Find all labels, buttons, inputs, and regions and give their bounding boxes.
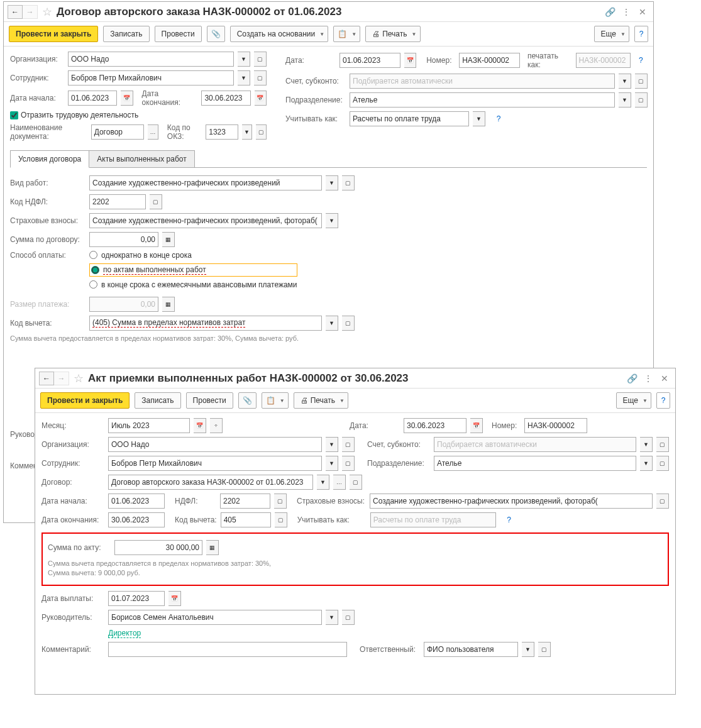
chevron-down-icon[interactable]: ▼ — [317, 475, 329, 490]
open-icon[interactable]: ▢ — [342, 610, 355, 625]
chevron-down-icon[interactable]: ▼ — [522, 642, 534, 657]
open-icon[interactable]: ▢ — [275, 512, 287, 527]
more-button[interactable]: Еще — [616, 392, 651, 409]
menu-icon[interactable]: ⋮ — [619, 5, 633, 19]
paydate-input[interactable]: 01.07.2023 — [108, 591, 165, 606]
back-button[interactable]: ← — [39, 372, 54, 385]
mgr-input[interactable]: Борисов Семен Анатольевич — [108, 610, 322, 625]
chevron-down-icon[interactable]: ▼ — [238, 70, 250, 85]
open-icon[interactable]: ▢ — [656, 456, 669, 471]
ins-input[interactable]: Создание художественно-графических произ… — [89, 213, 322, 228]
attach-button[interactable]: 📎 — [238, 392, 257, 409]
star-icon[interactable]: ☆ — [72, 372, 86, 385]
date-input[interactable]: 30.06.2023 — [404, 418, 466, 433]
month-input[interactable]: Июль 2023 — [108, 418, 190, 433]
chevron-down-icon[interactable]: ▼ — [619, 92, 631, 108]
tab-terms[interactable]: Условия договора — [10, 150, 89, 168]
clipboard-button[interactable]: 📋 — [262, 392, 289, 409]
open-icon[interactable]: ▢ — [256, 124, 267, 140]
post-close-button[interactable]: Провести и закрыть — [40, 392, 130, 409]
close-icon[interactable]: ✕ — [658, 372, 671, 385]
attach-button[interactable]: 📎 — [207, 26, 225, 42]
link-icon[interactable]: 🔗 — [603, 5, 617, 19]
comm-input[interactable] — [108, 642, 347, 657]
calendar-icon[interactable]: 📅 — [404, 53, 416, 68]
open-icon[interactable]: ▢ — [656, 437, 669, 452]
open-icon[interactable]: ▢ — [342, 456, 355, 471]
open-icon[interactable]: ▢ — [656, 494, 669, 509]
open-icon[interactable]: ▢ — [150, 194, 162, 209]
date-input[interactable]: 01.06.2023 — [339, 53, 400, 68]
ellipsis-icon[interactable]: … — [148, 124, 158, 140]
print-button[interactable]: 🖨Печать — [365, 26, 420, 42]
num-input[interactable]: НАЗК-000002 — [524, 418, 587, 433]
consider-input[interactable]: Расчеты по оплате труда — [350, 111, 469, 126]
calendar-icon[interactable]: 📅 — [121, 91, 133, 106]
calc-icon[interactable]: ▦ — [206, 540, 219, 555]
calendar-icon[interactable]: 📅 — [168, 591, 181, 606]
pay-once-radio[interactable] — [89, 251, 97, 259]
chevron-down-icon[interactable]: ▼ — [326, 316, 338, 331]
emp-input[interactable]: Бобров Петр Михайлович — [108, 456, 322, 471]
write-button[interactable]: Записать — [135, 392, 180, 409]
help-icon[interactable]: ? — [634, 53, 648, 68]
ndfl-input[interactable]: 2202 — [220, 494, 270, 509]
resp-input[interactable]: ФИО пользователя — [424, 642, 518, 657]
open-icon[interactable]: ▢ — [342, 316, 355, 331]
open-icon[interactable]: ▢ — [342, 437, 355, 452]
emp-input[interactable]: Бобров Петр Михайлович — [68, 70, 234, 85]
print-button[interactable]: 🖨Печать — [294, 392, 348, 409]
actsum-input[interactable]: 30 000,00 — [114, 540, 202, 555]
back-button[interactable]: ← — [8, 5, 23, 19]
num-input[interactable]: НАЗК-000002 — [459, 53, 520, 68]
reflect-checkbox[interactable] — [10, 111, 18, 119]
stepper-icon[interactable]: ÷ — [210, 418, 223, 433]
calc-icon[interactable]: ▦ — [162, 232, 175, 247]
contract-input[interactable]: Договор авторского заказа НАЗК-000002 от… — [108, 475, 313, 490]
dept-input[interactable]: Ателье — [350, 92, 615, 108]
open-icon[interactable]: ▢ — [538, 642, 551, 657]
clipboard-button[interactable]: 📋 — [333, 26, 360, 42]
post-button[interactable]: Провести — [155, 26, 202, 42]
link-icon[interactable]: 🔗 — [625, 372, 639, 385]
write-button[interactable]: Записать — [103, 26, 149, 42]
dept-input[interactable]: Ателье — [434, 456, 636, 471]
open-icon[interactable]: ▢ — [254, 70, 267, 85]
org-input[interactable]: ООО Надо — [108, 437, 322, 452]
open-icon[interactable]: ▢ — [254, 52, 267, 67]
chevron-down-icon[interactable]: ▼ — [326, 456, 338, 471]
close-icon[interactable]: ✕ — [636, 5, 649, 19]
chevron-down-icon[interactable]: ▼ — [242, 124, 253, 140]
open-icon[interactable]: ▢ — [350, 475, 362, 490]
chevron-down-icon[interactable]: ▼ — [238, 52, 250, 67]
pay-acts-radio[interactable] — [91, 266, 99, 274]
create-based-button[interactable]: Создать на основании — [230, 26, 329, 42]
forward-button[interactable]: → — [23, 5, 38, 19]
sum-input[interactable]: 0,00 — [89, 232, 158, 247]
help-button[interactable]: ? — [634, 26, 648, 42]
tab-acts[interactable]: Акты выполненных работ — [89, 150, 194, 167]
printas-input[interactable]: НАЗК-000002 — [576, 53, 631, 68]
post-close-button[interactable]: Провести и закрыть — [9, 26, 98, 42]
more-button[interactable]: Еще — [594, 26, 629, 42]
calendar-icon[interactable]: 📅 — [470, 418, 483, 433]
dend-input[interactable]: 30.06.2023 — [108, 512, 165, 527]
help-icon[interactable]: ? — [492, 111, 505, 126]
calendar-icon[interactable]: 📅 — [194, 418, 206, 433]
open-icon[interactable]: ▢ — [635, 74, 648, 89]
open-icon[interactable]: ▢ — [635, 92, 648, 108]
ndfl-input[interactable]: 2202 — [89, 194, 146, 209]
chevron-down-icon[interactable]: ▼ — [640, 456, 653, 471]
chevron-down-icon[interactable]: ▼ — [326, 213, 338, 228]
org-input[interactable]: ООО Надо — [68, 52, 234, 67]
chevron-down-icon[interactable]: ▼ — [326, 437, 338, 452]
chevron-down-icon[interactable]: ▼ — [640, 437, 653, 452]
mgr-position-link[interactable]: Директор — [108, 629, 141, 638]
help-button[interactable]: ? — [656, 392, 670, 409]
chevron-down-icon[interactable]: ▼ — [619, 74, 631, 89]
deduct-input[interactable]: 405 — [221, 512, 271, 527]
dend-input[interactable]: 30.06.2023 — [201, 91, 250, 106]
calendar-icon[interactable]: 📅 — [255, 91, 267, 106]
open-icon[interactable]: ▢ — [342, 175, 355, 190]
acc-input[interactable]: Подбирается автоматически — [350, 74, 615, 89]
